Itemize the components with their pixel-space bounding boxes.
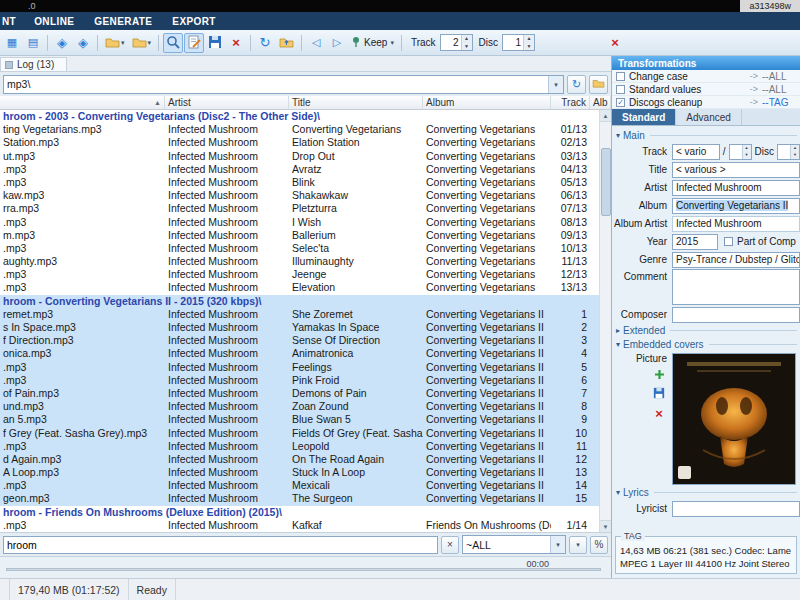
tab-standard[interactable]: Standard xyxy=(612,109,676,125)
track-spinner-arrows[interactable]: ▲ ▼ xyxy=(461,35,472,50)
checkbox[interactable] xyxy=(616,85,625,94)
table-row[interactable]: .mp3Infected MushroomSelec'taConverting … xyxy=(0,242,599,255)
genre-field[interactable]: Psy-Trance / Dubstep / Glitch Hop / ▾ xyxy=(672,252,800,268)
track-total-arrows[interactable]: ▲▼ xyxy=(742,145,751,159)
table-row[interactable]: of Pain.mp3Infected MushroomDemons of Pa… xyxy=(0,387,599,400)
comment-field[interactable] xyxy=(672,269,800,305)
table-row[interactable]: .mp3Infected MushroomMexicaliConverting … xyxy=(0,479,599,492)
table-row[interactable]: .mp3Infected MushroomAvratzConverting Ve… xyxy=(0,163,599,176)
disc-spinner-arrows[interactable]: ▲ ▼ xyxy=(523,35,534,50)
previous-file-button[interactable]: ◁ xyxy=(306,33,326,53)
scope-dropdown-button[interactable]: ▾ xyxy=(550,536,565,553)
column-title[interactable]: Title xyxy=(289,96,423,109)
compilation-checkbox[interactable] xyxy=(724,237,733,246)
refresh-folder-button[interactable]: ↻ xyxy=(567,75,586,94)
forward-button[interactable]: ◈ xyxy=(73,33,93,53)
edit-tags-button[interactable] xyxy=(184,33,204,53)
add-cover-button[interactable] xyxy=(651,367,667,383)
tab-advanced[interactable]: Advanced xyxy=(676,109,741,125)
keep-button[interactable]: Keep ▾ xyxy=(348,33,397,53)
table-row[interactable]: .mp3Infected MushroomPink FroidConvertin… xyxy=(0,374,599,387)
column-filename[interactable]: ▲ xyxy=(0,96,165,109)
table-row[interactable]: d Again.mp3Infected MushroomOn The Road … xyxy=(0,453,599,466)
table-row[interactable]: ting Vegetarians.mp3Infected MushroomCon… xyxy=(0,123,599,136)
table-row[interactable]: .mp3Infected MushroomElevationConverting… xyxy=(0,281,599,294)
group-header-row[interactable]: hroom - 2003 - Converting Vegetarians (D… xyxy=(0,110,599,123)
table-row[interactable]: s In Space.mp3Infected MushroomYamakas I… xyxy=(0,321,599,334)
group-header-row[interactable]: hroom - Converting Vegetarians II - 2015… xyxy=(0,295,599,308)
album-artist-field[interactable]: Infected Mushroom xyxy=(672,216,800,232)
view-tiles-button[interactable]: ▤ xyxy=(23,33,43,53)
table-row[interactable]: geon.mp3Infected MushroomThe SurgeonConv… xyxy=(0,492,599,505)
artist-field[interactable]: Infected Mushroom xyxy=(672,180,800,196)
remove-tags-button[interactable]: × xyxy=(226,33,246,53)
checkbox[interactable]: ✓ xyxy=(616,98,625,107)
spin-down-icon[interactable]: ▼ xyxy=(462,43,472,51)
search-button[interactable] xyxy=(163,33,183,53)
track-spinner[interactable]: 2 ▲ ▼ xyxy=(440,34,473,51)
composer-field[interactable] xyxy=(672,307,800,323)
column-track[interactable]: Track xyxy=(551,96,590,109)
table-row[interactable]: Station.mp3Infected MushroomElation Stat… xyxy=(0,136,599,149)
table-row[interactable]: onica.mp3Infected MushroomAnimatronicaCo… xyxy=(0,347,599,360)
open-folder-button[interactable]: ▾ xyxy=(102,33,128,53)
clear-list-button[interactable]: × xyxy=(605,33,625,53)
spin-down-icon[interactable]: ▼ xyxy=(524,43,534,51)
scroll-down-button[interactable]: ▼ xyxy=(600,520,611,532)
table-row[interactable]: f Grey (Feat. Sasha Grey).mp3Infected Mu… xyxy=(0,427,599,440)
album-field[interactable]: Converting Vegetarians II xyxy=(672,198,800,214)
title-field[interactable]: < various > xyxy=(672,162,800,178)
folder-up-button[interactable] xyxy=(276,33,297,53)
lyricist-field[interactable] xyxy=(672,501,800,517)
section-embedded-covers[interactable]: ▾ Embedded covers xyxy=(614,338,800,351)
vertical-scrollbar[interactable]: ▲ ▼ xyxy=(599,110,611,532)
disc-field-spinner[interactable]: ▲▼ xyxy=(777,144,800,160)
section-main[interactable]: ▾ Main xyxy=(614,129,800,142)
filter-options-button[interactable]: ▾ xyxy=(569,536,587,554)
checkbox[interactable] xyxy=(616,72,625,81)
save-button[interactable] xyxy=(205,33,225,53)
column-album[interactable]: Album xyxy=(423,96,551,109)
table-row[interactable]: remet.mp3Infected MushroomShe ZoremetCon… xyxy=(0,308,599,321)
menu-item[interactable]: ONLINE xyxy=(24,12,84,30)
table-row[interactable]: .mp3Infected MushroomBlinkConverting Veg… xyxy=(0,176,599,189)
table-row[interactable]: ut.mp3Infected MushroomDrop OutConvertin… xyxy=(0,150,599,163)
filter-scope-select[interactable]: ~ALL ▾ xyxy=(462,535,566,554)
recent-folders-button[interactable]: ▾ xyxy=(129,33,155,53)
seek-slider[interactable] xyxy=(6,568,601,571)
table-row[interactable]: m.mp3Infected MushroomBalleriumConvertin… xyxy=(0,229,599,242)
column-alb[interactable]: Alb xyxy=(590,96,611,109)
table-row[interactable]: .mp3Infected MushroomI WishConverting Ve… xyxy=(0,216,599,229)
save-cover-button[interactable] xyxy=(651,386,667,402)
reload-button[interactable]: ↻ xyxy=(255,33,275,53)
track-total-spinner[interactable]: ▲▼ xyxy=(729,144,752,160)
section-lyrics[interactable]: ▾ Lyrics xyxy=(614,486,800,499)
table-row[interactable]: .mp3Infected MushroomLeopoldConverting V… xyxy=(0,440,599,453)
menu-item[interactable]: GENERATE xyxy=(84,12,162,30)
path-combobox[interactable]: mp3\ ▾ xyxy=(3,75,564,94)
disc-spinner[interactable]: 1 ▲ ▼ xyxy=(502,34,535,51)
wildcard-button[interactable]: % xyxy=(590,536,608,554)
tab-log[interactable]: Log (13) xyxy=(0,57,67,71)
spin-up-icon[interactable]: ▲ xyxy=(462,35,472,43)
column-artist[interactable]: Artist xyxy=(165,96,289,109)
spin-up-icon[interactable]: ▲ xyxy=(524,35,534,43)
table-row[interactable]: f Direction.mp3Infected MushroomSense Of… xyxy=(0,334,599,347)
menu-item[interactable]: EXPORT xyxy=(162,12,226,30)
browse-folder-button[interactable] xyxy=(589,75,608,94)
delete-cover-button[interactable]: × xyxy=(651,405,667,421)
table-row[interactable]: kaw.mp3Infected MushroomShakawkawConvert… xyxy=(0,189,599,202)
section-extended[interactable]: ▸ Extended xyxy=(614,324,800,337)
scroll-up-button[interactable]: ▲ xyxy=(600,110,611,122)
year-field[interactable]: 2015 xyxy=(672,234,718,250)
table-row[interactable]: aughty.mp3Infected MushroomIlluminaughty… xyxy=(0,255,599,268)
table-row[interactable]: .mp3Infected MushroomJeengeConverting Ve… xyxy=(0,268,599,281)
scrollbar-thumb[interactable] xyxy=(601,148,611,216)
menu-item[interactable]: NT xyxy=(0,12,24,30)
transformation-row[interactable]: ✓Discogs cleanup->--TAG xyxy=(612,96,800,109)
disc-field-arrows[interactable]: ▲▼ xyxy=(790,145,799,159)
path-dropdown-button[interactable]: ▾ xyxy=(548,76,563,93)
filter-input[interactable] xyxy=(3,536,438,554)
transformation-row[interactable]: Standard values->--ALL xyxy=(612,83,800,96)
back-button[interactable]: ◈ xyxy=(52,33,72,53)
